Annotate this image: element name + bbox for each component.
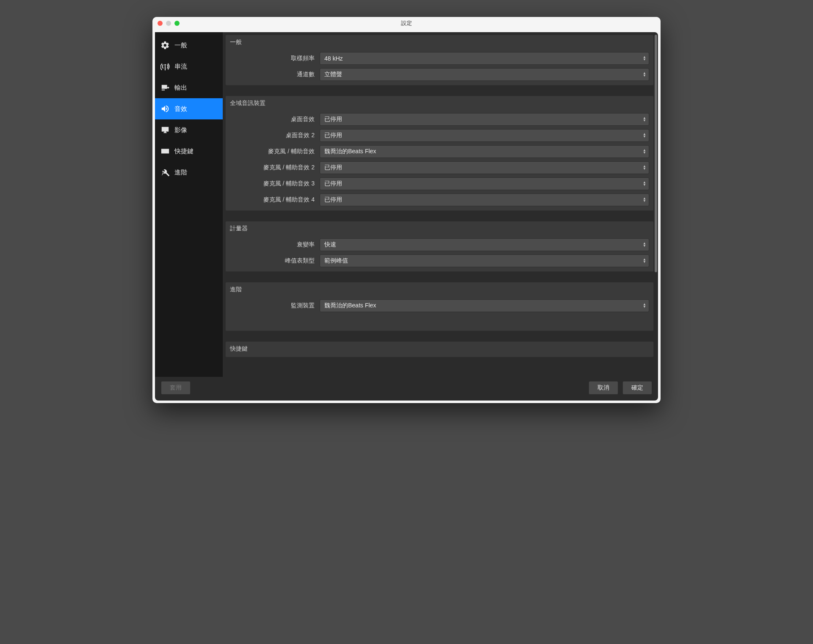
stepper-icon: ▲▼ bbox=[643, 117, 646, 122]
antenna-icon bbox=[160, 61, 170, 72]
sidebar-item-label: 輸出 bbox=[174, 84, 187, 92]
row-mic-aux-2: 麥克風 / 輔助音效 2 已停用 ▲▼ bbox=[226, 160, 653, 176]
stepper-icon: ▲▼ bbox=[643, 242, 646, 247]
cancel-button[interactable]: 取消 bbox=[589, 381, 618, 395]
row-peak-type: 峰值表類型 範例峰值 ▲▼ bbox=[226, 253, 653, 271]
sidebar-item-label: 音效 bbox=[174, 105, 187, 113]
group-title: 快捷鍵 bbox=[226, 342, 653, 357]
keyboard-icon bbox=[160, 146, 170, 156]
dropdown-value: 魏喬治的Beats Flex bbox=[324, 302, 376, 310]
dropdown-channels[interactable]: 立體聲 ▲▼ bbox=[320, 68, 649, 81]
row-mic-aux-4: 麥克風 / 輔助音效 4 已停用 ▲▼ bbox=[226, 192, 653, 210]
dropdown-value: 已停用 bbox=[324, 132, 342, 139]
row-mic-aux-3: 麥克風 / 輔助音效 3 已停用 ▲▼ bbox=[226, 176, 653, 192]
body: 一般 串流 輸出 bbox=[155, 32, 658, 377]
group-meters: 計量器 衰變率 快速 ▲▼ 峰值表類型 範例峰值 bbox=[225, 221, 654, 272]
sidebar-item-label: 影像 bbox=[174, 126, 187, 134]
label-desktop-audio-2: 桌面音效 2 bbox=[230, 132, 315, 139]
window-title: 設定 bbox=[152, 19, 661, 27]
dropdown-value: 已停用 bbox=[324, 164, 342, 171]
dropdown-sample-rate[interactable]: 48 kHz ▲▼ bbox=[320, 52, 649, 65]
row-desktop-audio: 桌面音效 已停用 ▲▼ bbox=[226, 111, 653, 127]
dropdown-value: 範例峰值 bbox=[324, 257, 348, 265]
monitor-icon bbox=[160, 125, 170, 135]
tools-icon bbox=[160, 167, 170, 177]
sidebar-item-audio[interactable]: 音效 bbox=[155, 98, 223, 119]
output-icon bbox=[160, 83, 170, 93]
sidebar-item-stream[interactable]: 串流 bbox=[155, 56, 223, 77]
scrollbar-thumb[interactable] bbox=[655, 35, 657, 272]
label-peak-type: 峰值表類型 bbox=[230, 257, 315, 265]
dropdown-value: 快速 bbox=[324, 241, 336, 249]
sidebar: 一般 串流 輸出 bbox=[155, 32, 223, 377]
dropdown-value: 魏喬治的Beats Flex bbox=[324, 148, 376, 155]
dropdown-desktop-audio[interactable]: 已停用 ▲▼ bbox=[320, 113, 649, 126]
maximize-icon[interactable] bbox=[174, 21, 180, 26]
close-icon[interactable] bbox=[158, 21, 163, 26]
dropdown-value: 已停用 bbox=[324, 196, 342, 204]
label-monitor-device: 監測裝置 bbox=[230, 302, 315, 310]
dropdown-decay-rate[interactable]: 快速 ▲▼ bbox=[320, 238, 649, 251]
row-sample-rate: 取樣頻率 48 kHz ▲▼ bbox=[226, 50, 653, 66]
stepper-icon: ▲▼ bbox=[643, 258, 646, 263]
sidebar-item-general[interactable]: 一般 bbox=[155, 35, 223, 56]
label-channels: 通道數 bbox=[230, 71, 315, 78]
dropdown-mic-aux[interactable]: 魏喬治的Beats Flex ▲▼ bbox=[320, 145, 649, 158]
row-mic-aux: 麥克風 / 輔助音效 魏喬治的Beats Flex ▲▼ bbox=[226, 144, 653, 160]
sidebar-item-label: 一般 bbox=[174, 41, 187, 50]
gear-icon bbox=[160, 40, 170, 50]
stepper-icon: ▲▼ bbox=[643, 133, 646, 138]
row-monitor-device: 監測裝置 魏喬治的Beats Flex ▲▼ bbox=[226, 298, 653, 314]
stepper-icon: ▲▼ bbox=[643, 181, 646, 186]
titlebar: 設定 bbox=[152, 17, 661, 30]
scrollbar-track[interactable] bbox=[655, 35, 657, 374]
settings-window: 設定 一般 串流 bbox=[152, 17, 661, 403]
stepper-icon: ▲▼ bbox=[643, 165, 646, 170]
stepper-icon: ▲▼ bbox=[643, 149, 646, 154]
label-mic-aux-4: 麥克風 / 輔助音效 4 bbox=[230, 196, 315, 204]
sidebar-item-advanced[interactable]: 進階 bbox=[155, 162, 223, 183]
dropdown-mic-aux-3[interactable]: 已停用 ▲▼ bbox=[320, 177, 649, 190]
window-controls bbox=[158, 21, 180, 26]
label-mic-aux: 麥克風 / 輔助音效 bbox=[230, 148, 315, 155]
group-title: 一般 bbox=[226, 35, 653, 50]
stepper-icon: ▲▼ bbox=[643, 72, 646, 77]
main-panel: 一般 取樣頻率 48 kHz ▲▼ 通道數 立體聲 bbox=[223, 32, 658, 377]
sidebar-item-video[interactable]: 影像 bbox=[155, 119, 223, 141]
label-decay-rate: 衰變率 bbox=[230, 241, 315, 249]
stepper-icon: ▲▼ bbox=[643, 197, 646, 202]
group-title: 全域音訊裝置 bbox=[226, 96, 653, 111]
stepper-icon: ▲▼ bbox=[643, 303, 646, 308]
row-desktop-audio-2: 桌面音效 2 已停用 ▲▼ bbox=[226, 127, 653, 144]
dropdown-value: 已停用 bbox=[324, 116, 342, 123]
speaker-icon bbox=[160, 104, 170, 114]
row-channels: 通道數 立體聲 ▲▼ bbox=[226, 66, 653, 85]
row-decay-rate: 衰變率 快速 ▲▼ bbox=[226, 237, 653, 253]
dropdown-mic-aux-4[interactable]: 已停用 ▲▼ bbox=[320, 193, 649, 206]
group-general: 一般 取樣頻率 48 kHz ▲▼ 通道數 立體聲 bbox=[225, 35, 654, 86]
sidebar-item-hotkeys[interactable]: 快捷鍵 bbox=[155, 141, 223, 162]
label-mic-aux-2: 麥克風 / 輔助音效 2 bbox=[230, 164, 315, 171]
group-global-audio-devices: 全域音訊裝置 桌面音效 已停用 ▲▼ 桌面音效 2 已停用 bbox=[225, 96, 654, 211]
label-mic-aux-3: 麥克風 / 輔助音效 3 bbox=[230, 180, 315, 188]
dropdown-monitor-device[interactable]: 魏喬治的Beats Flex ▲▼ bbox=[320, 299, 649, 312]
ok-button[interactable]: 確定 bbox=[622, 381, 652, 395]
scroll-area: 一般 取樣頻率 48 kHz ▲▼ 通道數 立體聲 bbox=[225, 35, 654, 374]
group-title: 計量器 bbox=[226, 221, 653, 237]
label-desktop-audio: 桌面音效 bbox=[230, 116, 315, 123]
dropdown-peak-type[interactable]: 範例峰值 ▲▼ bbox=[320, 254, 649, 267]
label-sample-rate: 取樣頻率 bbox=[230, 55, 315, 62]
sidebar-item-label: 進階 bbox=[174, 169, 187, 177]
dropdown-mic-aux-2[interactable]: 已停用 ▲▼ bbox=[320, 161, 649, 174]
minimize-icon[interactable] bbox=[166, 21, 171, 26]
dropdown-desktop-audio-2[interactable]: 已停用 ▲▼ bbox=[320, 129, 649, 142]
sidebar-item-output[interactable]: 輸出 bbox=[155, 77, 223, 98]
inner-frame: 一般 串流 輸出 bbox=[155, 32, 658, 401]
group-advanced: 進階 監測裝置 魏喬治的Beats Flex ▲▼ bbox=[225, 282, 654, 331]
stepper-icon: ▲▼ bbox=[643, 56, 646, 61]
sidebar-item-label: 快捷鍵 bbox=[174, 147, 194, 155]
group-hotkeys: 快捷鍵 bbox=[225, 341, 654, 357]
dropdown-value: 48 kHz bbox=[324, 55, 343, 62]
group-title: 進階 bbox=[226, 282, 653, 298]
apply-button[interactable]: 套用 bbox=[161, 381, 191, 395]
